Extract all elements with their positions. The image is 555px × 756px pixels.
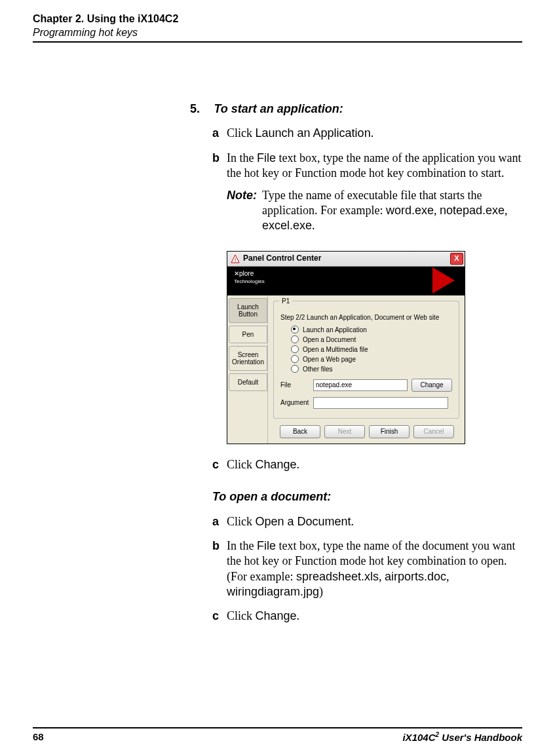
substep-letter: b: [212, 151, 227, 181]
side-tabs: Launch Button Pen Screen Orientation Def…: [227, 295, 268, 444]
page-footer: 68 iX104C2 User's Handbook: [33, 727, 522, 743]
step-label: Step 2/2 Launch an Application, Document…: [280, 313, 452, 322]
file-textbox[interactable]: notepad.exe: [313, 379, 408, 391]
finish-button[interactable]: Finish: [369, 425, 410, 438]
substep-letter: c: [212, 609, 227, 624]
argument-textbox[interactable]: [313, 397, 448, 409]
radio-open-document[interactable]: Open a Document: [291, 335, 452, 344]
radio-icon: [291, 365, 299, 373]
substep-body: Click Change.: [227, 457, 522, 472]
substep-letter: a: [212, 126, 227, 141]
file-label: File: [280, 381, 313, 389]
book-title: iX104C2 User's Handbook: [402, 731, 522, 743]
section-title: Programming hot keys: [33, 27, 522, 39]
radio-icon: [291, 335, 299, 343]
argument-label: Argument: [280, 398, 313, 407]
group-p1: P1 Step 2/2 Launch an Application, Docum…: [273, 301, 459, 419]
argument-row: Argument: [280, 397, 452, 409]
substep-body: Click Change.: [227, 609, 522, 624]
cancel-button[interactable]: Cancel: [413, 425, 454, 438]
radio-other-files[interactable]: Other files: [291, 365, 452, 373]
panel-control-center-screenshot: ! Panel Control Center X ✕ploreTechnolog…: [227, 251, 522, 444]
section2-heading: To open a document:: [212, 489, 522, 504]
substep-body: In the File text box, type the name of t…: [227, 539, 522, 600]
close-button[interactable]: X: [450, 253, 463, 265]
back-button[interactable]: Back: [280, 425, 320, 438]
radio-open-multimedia[interactable]: Open a Multimedia file: [291, 345, 452, 354]
radio-icon: [291, 355, 299, 363]
substep-body: Click Launch an Application.: [227, 126, 522, 141]
window-titlebar[interactable]: ! Panel Control Center X: [227, 252, 465, 267]
substep-body: Click Open a Document.: [227, 514, 522, 529]
tab-default[interactable]: Default: [229, 373, 267, 391]
change-button[interactable]: Change: [411, 379, 452, 392]
tab-pen[interactable]: Pen: [229, 326, 267, 343]
warning-icon: !: [230, 254, 240, 264]
radio-launch-application[interactable]: Launch an Application: [291, 326, 452, 334]
page-number: 68: [33, 731, 44, 743]
note-body: Type the name of executable file that st…: [262, 188, 522, 234]
substep-body: In the File text box, type the name of t…: [227, 151, 522, 181]
substep-letter: a: [212, 514, 227, 529]
red-triangle-icon: [432, 267, 455, 293]
chapter-title: Chapter 2. Using the iX104C2: [33, 13, 522, 25]
xplore-logo: ✕ploreTechnologies: [234, 270, 265, 285]
group-legend: P1: [279, 297, 292, 305]
substep-a: a Click Launch an Application.: [212, 126, 522, 141]
next-button[interactable]: Next: [324, 425, 365, 438]
page-header: Chapter 2. Using the iX104C2 Programming…: [33, 13, 522, 43]
step-number: 5.: [190, 102, 202, 117]
window-title: Panel Control Center: [243, 254, 450, 264]
substep-letter: c: [212, 457, 227, 472]
close-icon: X: [454, 255, 459, 262]
tab-screen-orientation[interactable]: Screen Orientation: [229, 346, 267, 371]
note-label: Note:: [227, 188, 262, 234]
radio-icon: [291, 345, 299, 353]
substep-b: b In the File text box, type the name of…: [212, 151, 522, 181]
step-5: 5. To start an application:: [190, 102, 522, 117]
step-heading: To start an application:: [214, 102, 343, 115]
substep-2c: c Click Change.: [212, 609, 522, 624]
file-row: File notepad.exe Change: [280, 379, 452, 392]
substep-c: c Click Change.: [212, 457, 522, 472]
banner: ✕ploreTechnologies: [227, 267, 465, 295]
tab-launch-button[interactable]: Launch Button: [229, 298, 267, 323]
radio-open-webpage[interactable]: Open a Web page: [291, 355, 452, 364]
substep-2a: a Click Open a Document.: [212, 514, 522, 529]
radio-icon: [291, 326, 299, 333]
substep-2b: b In the File text box, type the name of…: [212, 539, 522, 600]
substep-letter: b: [212, 539, 227, 600]
svg-text:!: !: [235, 257, 237, 263]
dialog-buttons: Back Next Finish Cancel: [273, 419, 459, 444]
note: Note: Type the name of executable file t…: [227, 188, 522, 234]
